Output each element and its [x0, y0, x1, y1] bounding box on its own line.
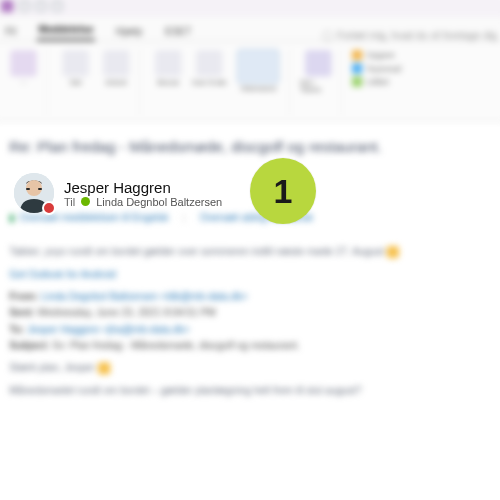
emoji-icon	[387, 246, 399, 258]
message-subject: Re: Plan fredag - Månedsmøde, discgolf o…	[0, 121, 500, 163]
outlook-window-blurred: Fil Meddelelse Hjælp ESET Fortæl mig, hv…	[0, 0, 500, 500]
ribbon-misc-button[interactable]: ···	[5, 50, 42, 112]
presence-available-icon	[81, 197, 90, 206]
recipient-name[interactable]: Linda Degnbol Baltzersen	[96, 196, 222, 208]
svg-rect-3	[38, 188, 42, 190]
share-teams-button[interactable]: Del i Teams	[300, 50, 337, 112]
to-label: Til	[64, 196, 75, 208]
annotation-badge: 1	[250, 158, 316, 224]
sender-name[interactable]: Jesper Haggren	[64, 179, 222, 196]
tab-message[interactable]: Meddelelse	[36, 19, 95, 40]
app-icon	[1, 0, 13, 12]
tell-me-label: Fortæl mig, hvad du vil foretage dig	[337, 30, 497, 41]
presence-busy-icon	[42, 201, 56, 215]
tell-me-search[interactable]: Fortæl mig, hvad du vil foretage dig	[323, 30, 497, 41]
ribbon-tabs: Fil Meddelelse Hjælp ESET Fortæl mig, hv…	[0, 17, 500, 41]
forward-button[interactable]: Videresend	[232, 50, 285, 112]
tab-file[interactable]: Fil	[3, 22, 18, 41]
qat-icon	[52, 1, 62, 11]
reply-all-button[interactable]: Svar til alle	[191, 50, 228, 112]
lightbulb-icon	[323, 30, 333, 40]
ribbon: ··· Slet Arkivér Besvar Svar til alle Vi…	[0, 42, 500, 122]
qat-icon	[19, 1, 29, 11]
reply-button[interactable]: Besvar	[150, 50, 187, 112]
emoji-icon	[98, 363, 110, 375]
archive-button[interactable]: Arkivér	[98, 50, 135, 112]
body-text: Takker, yoyo rundt om bordet gælder over…	[9, 246, 384, 257]
tab-eset[interactable]: ESET	[163, 22, 194, 41]
svg-rect-2	[26, 188, 30, 190]
signature-link[interactable]: Get Outlook for Android	[9, 266, 490, 282]
delete-button[interactable]: Slet	[57, 50, 94, 112]
qat-icon	[36, 1, 46, 11]
recipients-line: Til Linda Degnbol Baltzersen	[64, 196, 222, 208]
annotation-number: 1	[274, 172, 293, 211]
tab-help[interactable]: Hjælp	[114, 22, 145, 41]
message-body: Takker, yoyo rundt om bordet gælder over…	[0, 230, 500, 414]
sender-avatar[interactable]	[14, 173, 54, 213]
quick-steps[interactable]: Opgave Teammail Udført	[348, 48, 405, 114]
title-bar	[0, 0, 500, 17]
